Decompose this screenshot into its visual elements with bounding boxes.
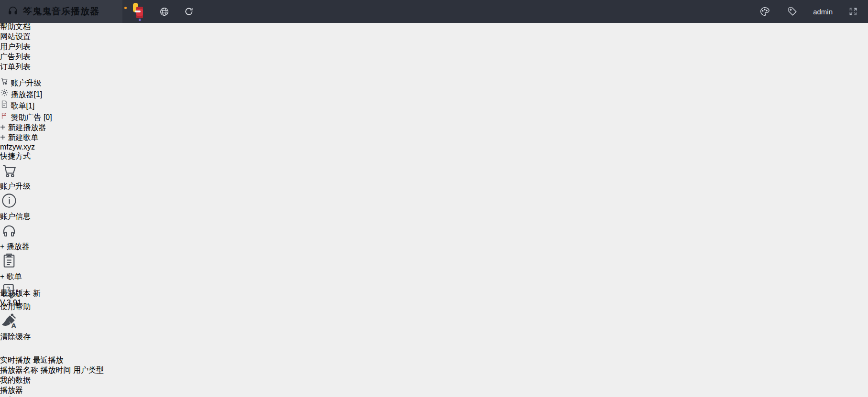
clipboard-icon xyxy=(0,263,18,271)
plus-icon xyxy=(0,123,8,131)
shortcut-account-info[interactable]: 账户信息 xyxy=(0,192,868,222)
shortcut-label: 账户升级 xyxy=(0,182,868,192)
recent-play-badge: 最近播放 xyxy=(33,356,63,364)
gear-icon xyxy=(0,90,11,98)
card-realtime-play: 实时播放 最近播放 播放器名称 播放时间 用户类型 xyxy=(0,355,868,376)
sidebar-item-user-list[interactable]: 用户列表 xyxy=(0,42,868,52)
column-header: 播放时间 xyxy=(40,366,71,374)
sidebar-item-label: 新建歌单 xyxy=(8,133,38,141)
card-latest-version: 最新版本 新 V.3.91 xyxy=(0,289,868,355)
admin-menu[interactable]: admin xyxy=(813,8,833,16)
sidebar-item-help-docs[interactable]: 帮助文档 xyxy=(0,22,868,32)
firecracker-tail xyxy=(139,19,141,21)
shortcut-label: + 播放器 xyxy=(0,242,868,252)
shortcut-label: 账户信息 xyxy=(0,212,868,222)
shortcut-account-upgrade[interactable]: 账户升级 xyxy=(0,161,868,192)
sidebar-section-account-upgrade[interactable]: 账户升级 xyxy=(0,77,868,88)
card-title: 快捷方式 xyxy=(0,152,31,160)
cart-icon xyxy=(0,173,18,181)
sidebar-section-sponsor-ads[interactable]: 赞助广告 [0] xyxy=(0,111,868,123)
watermark: mfzyw.xyz xyxy=(0,143,868,151)
plus-icon xyxy=(0,133,8,141)
headset-icon xyxy=(8,5,18,18)
stat-label: 播放器 xyxy=(0,386,868,396)
sidebar-item-new-playlist[interactable]: 新建歌单 xyxy=(0,133,868,143)
shortcut-add-player[interactable]: + 播放器 xyxy=(0,222,868,252)
version-number: V.3.91 xyxy=(0,299,868,307)
tag-icon[interactable] xyxy=(785,4,800,19)
sidebar-item-label: 新建播放器 xyxy=(8,123,46,131)
clean-brush-icon: A xyxy=(0,323,18,332)
card-title: 实时播放 xyxy=(0,356,31,364)
card-title: 最新版本 xyxy=(0,289,31,297)
svg-text:A: A xyxy=(11,322,16,329)
shortcut-label: + 歌单 xyxy=(0,272,868,282)
sidebar-item-site-settings[interactable]: 网站设置 xyxy=(0,32,868,42)
table-header-row: 播放器名称 播放时间 用户类型 xyxy=(0,365,868,376)
sidebar-section-playlists[interactable]: 歌单[1] xyxy=(0,100,868,111)
app-logo: 笒鬼鬼音乐播放器 xyxy=(0,0,122,23)
playlist-icon xyxy=(0,102,11,110)
globe-icon[interactable] xyxy=(157,4,171,19)
column-header: 用户类型 xyxy=(73,366,104,374)
stat-players: 播放器 1 个 xyxy=(0,386,868,397)
sidebar-section-label: 赞助广告 [0] xyxy=(11,113,52,121)
firecracker-decoration[interactable] xyxy=(130,2,146,21)
headphones-icon xyxy=(0,233,18,241)
card-my-data: 我的数据 播放器 1 个 我的歌单 1 个 剩余配额 2147483646 个 … xyxy=(0,376,868,397)
column-header: 播放器名称 xyxy=(0,366,38,374)
spark-dot xyxy=(124,7,127,9)
card-title: 我的数据 xyxy=(0,376,31,384)
sidebar-section-label: 账户升级 xyxy=(11,79,41,87)
fullscreen-icon[interactable] xyxy=(846,4,860,19)
firecracker-red xyxy=(136,7,143,18)
card-shortcuts: 快捷方式 账户升级 账户信息 xyxy=(0,151,868,289)
refresh-icon[interactable] xyxy=(182,4,196,19)
sidebar-section-label: 歌单[1] xyxy=(11,102,34,110)
topbar: 笒鬼鬼音乐播放器 xyxy=(0,0,868,23)
sidebar-item-order-list[interactable]: 订单列表 xyxy=(0,62,868,72)
firecracker-stripe xyxy=(135,11,141,12)
sidebar-item-ad-list[interactable]: 广告列表 xyxy=(0,52,868,62)
sidebar-section-label: 播放器[1] xyxy=(11,90,42,98)
sidebar-section-players[interactable]: 播放器[1] xyxy=(0,88,868,100)
cart-icon xyxy=(0,79,11,87)
new-badge: 新 xyxy=(33,289,40,297)
app-title: 笒鬼鬼音乐播放器 xyxy=(23,5,99,18)
flag-icon xyxy=(0,113,11,121)
info-icon xyxy=(0,203,18,211)
shortcut-add-playlist[interactable]: + 歌单 xyxy=(0,252,868,282)
palette-icon[interactable] xyxy=(758,4,772,19)
sidebar-item-new-player[interactable]: 新建播放器 xyxy=(0,123,868,133)
main-content: 快捷方式 账户升级 账户信息 xyxy=(0,151,868,397)
